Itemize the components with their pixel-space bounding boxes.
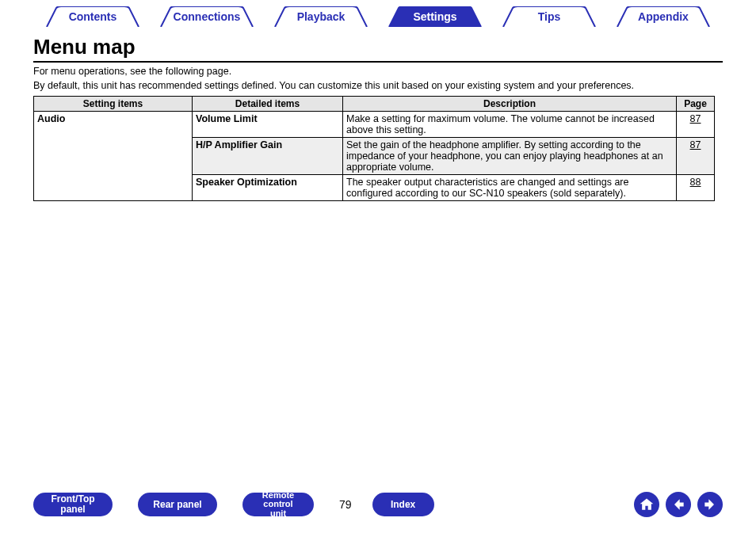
tab-label: Settings [380, 6, 491, 27]
intro-text: For menu operations, see the following p… [33, 66, 723, 91]
page-link[interactable]: 87 [690, 139, 701, 150]
tab-contents[interactable]: Contents [37, 6, 148, 27]
description: Make a setting for maximum volume. The v… [343, 112, 677, 138]
tab-playback[interactable]: Playback [265, 6, 376, 27]
description: Set the gain of the headphone amplifier.… [343, 138, 677, 175]
nav-icons [634, 492, 723, 517]
tab-tips[interactable]: Tips [494, 6, 605, 27]
menu-table: Setting items Detailed items Description… [33, 96, 715, 201]
tab-label: Connections [151, 6, 262, 27]
home-icon [639, 497, 655, 512]
top-tabs: Contents Connections Playback Settings T… [0, 6, 756, 30]
page-content: Menu map For menu operations, see the fo… [33, 35, 723, 201]
arrow-left-icon [670, 497, 686, 512]
prev-page-button[interactable] [666, 492, 691, 517]
remote-control-button[interactable]: Remote control unit [242, 493, 314, 516]
setting-group: Audio [34, 112, 193, 201]
table-row: Audio Volume Limit Make a setting for ma… [34, 112, 715, 138]
tab-settings[interactable]: Settings [380, 6, 491, 27]
tab-connections[interactable]: Connections [151, 6, 262, 27]
intro-line1: For menu operations, see the following p… [33, 66, 723, 77]
next-page-button[interactable] [697, 492, 723, 517]
front-top-panel-button[interactable]: Front/Top panel [33, 493, 113, 516]
arrow-right-icon [702, 497, 718, 512]
detail-item: Speaker Optimization [193, 175, 343, 201]
bottom-bar: Front/Top panel Rear panel Remote contro… [33, 490, 723, 519]
col-page: Page [677, 97, 715, 112]
index-button[interactable]: Index [372, 493, 434, 516]
page-title: Menu map [33, 35, 723, 63]
tab-label: Contents [37, 6, 148, 27]
col-setting: Setting items [34, 97, 193, 112]
tab-label: Tips [494, 6, 605, 27]
detail-item: Volume Limit [193, 112, 343, 138]
page-number: 79 [339, 498, 352, 511]
intro-line2: By default, this unit has recommended se… [33, 80, 723, 91]
tab-label: Appendix [608, 6, 719, 27]
tab-label: Playback [265, 6, 376, 27]
detail-item: H/P Amplifier Gain [193, 138, 343, 175]
description: The speaker output characteristics are c… [343, 175, 677, 201]
page-link[interactable]: 88 [690, 177, 701, 188]
home-button[interactable] [634, 492, 659, 517]
tab-appendix[interactable]: Appendix [608, 6, 719, 27]
rear-panel-button[interactable]: Rear panel [138, 493, 217, 516]
col-detail: Detailed items [193, 97, 343, 112]
col-desc: Description [343, 97, 677, 112]
page-link[interactable]: 87 [690, 113, 701, 124]
